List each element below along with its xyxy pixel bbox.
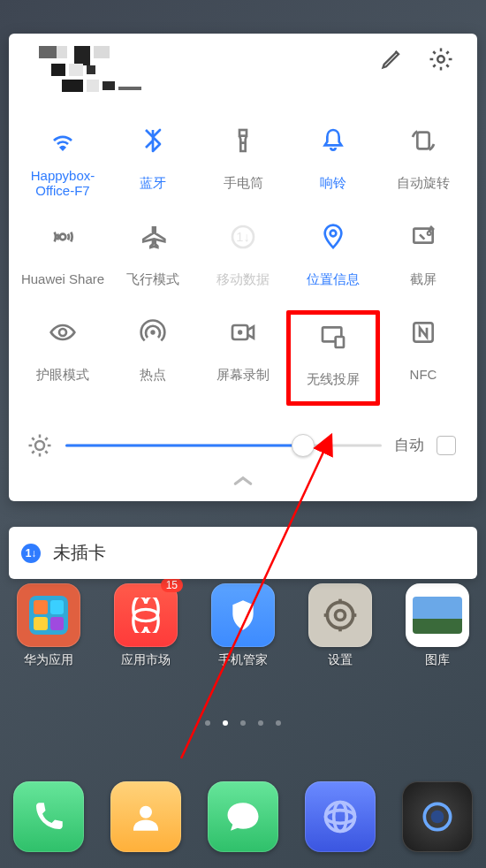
dock-messages[interactable] bbox=[208, 781, 278, 852]
tile-label: 飞行模式 bbox=[126, 264, 179, 294]
svg-line-24 bbox=[32, 451, 34, 453]
svg-point-9 bbox=[334, 803, 347, 832]
app-label: 设置 bbox=[328, 652, 353, 668]
tile-label: 屏幕录制 bbox=[216, 360, 270, 390]
app-huaweiapps[interactable]: 华为应用 bbox=[17, 583, 80, 668]
tile-label: 无线投屏 bbox=[307, 364, 360, 394]
wirelesscast-icon bbox=[318, 322, 348, 352]
location-icon bbox=[318, 222, 348, 252]
eyecomfort-icon bbox=[48, 317, 78, 347]
tile-label: Huawei Share bbox=[21, 264, 104, 294]
app-label: 手机管家 bbox=[218, 652, 268, 668]
svg-line-22 bbox=[45, 451, 48, 453]
tile-nfc[interactable]: NFC bbox=[378, 317, 468, 399]
settings-icon[interactable] bbox=[428, 46, 454, 76]
nfc-icon bbox=[408, 317, 438, 347]
notification-text: 未插卡 bbox=[53, 541, 106, 565]
dock-phone[interactable] bbox=[13, 781, 84, 852]
tile-label: 响铃 bbox=[320, 168, 346, 198]
notification-card[interactable]: 1↓ 未插卡 bbox=[9, 527, 477, 579]
tile-eyecomfort[interactable]: 护眼模式 bbox=[18, 317, 108, 399]
collapse-button[interactable] bbox=[18, 471, 468, 494]
app-label: 应用市场 bbox=[121, 652, 171, 668]
svg-line-21 bbox=[32, 438, 34, 440]
page-indicator bbox=[0, 720, 486, 726]
tile-airplane[interactable]: 飞行模式 bbox=[108, 222, 198, 294]
svg-point-15 bbox=[437, 56, 444, 63]
tile-label: 热点 bbox=[140, 360, 166, 390]
flashlight-icon bbox=[228, 126, 258, 156]
tile-screenrecord[interactable]: 屏幕录制 bbox=[198, 317, 288, 399]
app-phonemanager[interactable]: 手机管家 bbox=[211, 583, 275, 668]
app-appmarket[interactable]: 15 应用市场 bbox=[114, 583, 178, 668]
auto-brightness-checkbox[interactable] bbox=[437, 436, 456, 455]
datetime-area bbox=[23, 46, 173, 108]
airplane-icon bbox=[138, 222, 168, 252]
tile-label: 截屏 bbox=[410, 264, 437, 294]
tile-huaweishare[interactable]: Huawei Share bbox=[18, 222, 108, 294]
svg-point-7 bbox=[326, 803, 355, 832]
brightness-slider[interactable] bbox=[65, 435, 382, 456]
tile-label: 移动数据 bbox=[216, 264, 270, 294]
tile-label: 自动旋转 bbox=[397, 168, 450, 198]
app-label: 图库 bbox=[425, 652, 450, 668]
tile-label: 手电筒 bbox=[224, 168, 263, 198]
tile-autorotate[interactable]: 自动旋转 bbox=[378, 126, 468, 199]
tile-screenshot[interactable]: 截屏 bbox=[378, 222, 468, 294]
svg-point-11 bbox=[431, 811, 444, 824]
app-settings[interactable]: 设置 bbox=[308, 583, 372, 668]
tile-label: 位置信息 bbox=[307, 264, 360, 294]
svg-point-1 bbox=[336, 611, 346, 621]
mobiledata-icon bbox=[228, 222, 258, 252]
bluetooth-icon bbox=[138, 126, 168, 156]
dock-contacts[interactable] bbox=[110, 781, 181, 852]
tile-mobiledata[interactable]: 移动数据 bbox=[198, 222, 288, 294]
badge: 15 bbox=[161, 578, 183, 592]
auto-brightness-label: 自动 bbox=[394, 435, 424, 455]
svg-point-8 bbox=[326, 811, 355, 824]
edit-icon[interactable] bbox=[380, 46, 405, 76]
autorotate-icon bbox=[408, 126, 438, 156]
quick-settings-panel: Happybox-Office-F7蓝牙手电筒响铃自动旋转Huawei Shar… bbox=[9, 34, 477, 501]
tile-label: 蓝牙 bbox=[140, 168, 166, 198]
svg-point-0 bbox=[327, 602, 353, 628]
tile-hotspot[interactable]: 热点 bbox=[108, 317, 198, 399]
screenshot-icon bbox=[408, 222, 438, 252]
tile-label: 护眼模式 bbox=[36, 360, 89, 390]
tile-bluetooth[interactable]: 蓝牙 bbox=[108, 126, 198, 199]
screenrecord-icon bbox=[228, 317, 258, 347]
svg-point-6 bbox=[140, 806, 152, 819]
app-label: 华为应用 bbox=[24, 652, 73, 668]
tile-ring[interactable]: 响铃 bbox=[288, 126, 378, 199]
wifi-icon bbox=[48, 126, 78, 156]
brightness-row: 自动 bbox=[18, 413, 468, 471]
tile-wirelesscast[interactable]: 无线投屏 bbox=[286, 310, 380, 406]
tile-location[interactable]: 位置信息 bbox=[288, 222, 378, 294]
svg-point-16 bbox=[35, 441, 44, 450]
tile-label: Happybox-Office-F7 bbox=[18, 168, 108, 199]
brightness-icon bbox=[27, 432, 53, 459]
ring-icon bbox=[318, 126, 348, 156]
dock bbox=[0, 781, 486, 852]
tile-wifi[interactable]: Happybox-Office-F7 bbox=[18, 126, 108, 199]
tile-flashlight[interactable]: 手电筒 bbox=[198, 126, 288, 199]
app-row: 华为应用 15 应用市场 手机管家 设置 图库 bbox=[0, 583, 486, 668]
svg-line-23 bbox=[45, 438, 48, 440]
dock-camera[interactable] bbox=[402, 781, 473, 852]
app-gallery[interactable]: 图库 bbox=[406, 583, 469, 668]
dock-browser[interactable] bbox=[305, 781, 376, 852]
data-icon: 1↓ bbox=[21, 544, 41, 563]
huaweishare-icon bbox=[48, 222, 78, 252]
hotspot-icon bbox=[138, 317, 168, 347]
tile-label: NFC bbox=[410, 360, 437, 390]
